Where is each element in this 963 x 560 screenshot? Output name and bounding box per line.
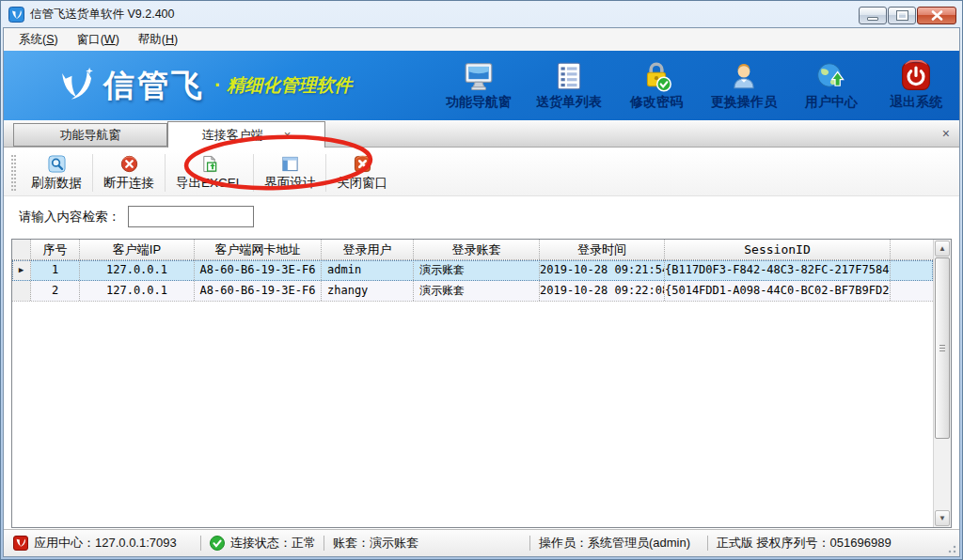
brand-name: 信管飞 <box>103 65 205 107</box>
col-header-session-id[interactable]: SessionID <box>665 240 891 259</box>
close-button[interactable] <box>917 7 956 24</box>
app-frame: 系统(S) 窗口(W) 帮助(H) 信管飞 · 精细化管理软件 功能导航窗 <box>4 28 959 556</box>
search-label: 请输入内容检索： <box>19 209 120 226</box>
tabstrip: 功能导航窗 连接客户端 × × <box>4 120 959 147</box>
close-window-icon <box>354 155 371 173</box>
clients-table: 序号 客户端IP 客户端网卡地址 登录用户 登录账套 登录时间 SessionI… <box>11 239 952 528</box>
monitor-icon <box>463 60 495 92</box>
command-toolbar: 刷新数据 断开连接 导出EXCEL 界面设计 <box>4 150 959 196</box>
nav-exit-system[interactable]: 退出系统 <box>886 60 946 111</box>
table-header-row: 序号 客户端IP 客户端网卡地址 登录用户 登录账套 登录时间 SessionI… <box>12 240 933 260</box>
swoosh-logo-icon <box>53 64 96 107</box>
col-header-account[interactable]: 登录账套 <box>414 240 540 259</box>
col-header-client-ip[interactable]: 客户端IP <box>80 240 195 259</box>
tab-function-panel[interactable]: 功能导航窗 <box>13 123 167 147</box>
tab-close-icon[interactable]: × <box>284 129 292 141</box>
close-window-button[interactable]: 关闭窗口 <box>329 153 395 194</box>
disconnect-icon <box>120 155 138 173</box>
brand-tagline: 精细化管理软件 <box>227 73 352 98</box>
search-input[interactable] <box>128 206 254 227</box>
refresh-data-button[interactable]: 刷新数据 <box>24 153 89 194</box>
col-header-mac[interactable]: 客户端网卡地址 <box>195 240 322 259</box>
toolbar-grip <box>11 155 16 191</box>
row-selector-cell: ▶ <box>12 260 31 280</box>
minimize-button[interactable] <box>859 7 887 24</box>
nav-user-center[interactable]: 用户中心 <box>801 60 861 111</box>
resize-grip[interactable] <box>945 542 956 553</box>
export-excel-button[interactable]: 导出EXCEL <box>168 153 250 194</box>
power-icon <box>900 60 932 92</box>
app-logo-icon <box>8 7 24 23</box>
export-excel-icon <box>200 155 218 173</box>
menu-window[interactable]: 窗口(W) <box>68 29 129 51</box>
scroll-up-icon[interactable]: ▲ <box>935 241 950 257</box>
row-marker-icon: ▶ <box>19 260 24 280</box>
brand: 信管飞 · 精细化管理软件 <box>53 64 352 107</box>
menu-system[interactable]: 系统(S) <box>9 29 68 51</box>
restore-button[interactable] <box>888 7 916 24</box>
status-connection: 连接状态：正常 <box>210 535 315 552</box>
toolbar-separator <box>92 154 93 192</box>
menubar: 系统(S) 窗口(W) 帮助(H) <box>4 28 959 51</box>
col-header-filler <box>891 240 933 259</box>
status-separator <box>529 536 530 551</box>
refresh-search-icon <box>48 155 66 173</box>
toolbar-separator <box>325 154 326 192</box>
vertical-scrollbar[interactable]: ▲ ▼ <box>933 240 951 527</box>
close-icon <box>931 10 943 21</box>
status-operator: 操作员：系统管理员(admin) <box>539 535 699 552</box>
red-logo-icon <box>13 536 28 551</box>
nav-change-password[interactable]: 修改密码 <box>626 60 687 111</box>
table-row[interactable]: ▶ 1 127.0.0.1 A8-60-B6-19-3E-F6 admin 演示… <box>12 260 933 281</box>
col-header-seq[interactable]: 序号 <box>31 240 80 259</box>
menu-help[interactable]: 帮助(H) <box>129 29 187 51</box>
list-document-icon <box>553 60 585 92</box>
toolbar-separator <box>253 154 254 192</box>
person-icon <box>728 60 760 92</box>
status-separator <box>324 536 324 551</box>
col-header-login-user[interactable]: 登录用户 <box>322 240 414 259</box>
search-row: 请输入内容检索： <box>19 206 254 227</box>
minimize-icon <box>867 17 878 21</box>
col-header-login-time[interactable]: 登录时间 <box>540 240 665 259</box>
scroll-down-icon[interactable]: ▼ <box>935 510 950 526</box>
tab-content: 刷新数据 断开连接 导出EXCEL 界面设计 <box>4 147 959 529</box>
lock-check-icon <box>640 60 672 92</box>
statusbar: 应用中心：127.0.0.1:7093 连接状态：正常 账套：演示账套 操作员：… <box>4 529 959 556</box>
nav-function-panel[interactable]: 功能导航窗 <box>446 60 512 111</box>
window-title: 信管飞送货单软件 V9.2.400 <box>30 7 175 23</box>
restore-icon <box>897 11 908 20</box>
tabstrip-close-icon[interactable]: × <box>942 126 950 141</box>
table-row[interactable]: 2 127.0.0.1 A8-60-B6-19-3E-F6 zhangy 演示账… <box>12 281 933 302</box>
status-separator <box>707 536 708 551</box>
nav-switch-operator[interactable]: 更换操作员 <box>711 60 777 111</box>
status-account: 账套：演示账套 <box>333 535 521 552</box>
app-header: 信管飞 · 精细化管理软件 功能导航窗 送货单列表 修改密码 <box>4 51 959 120</box>
green-check-icon <box>210 536 225 551</box>
scrollbar-thumb[interactable] <box>935 257 950 439</box>
ui-design-icon <box>281 155 299 173</box>
ui-design-button[interactable]: 界面设计 <box>257 153 323 194</box>
titlebar: 信管飞送货单软件 V9.2.400 <box>0 0 963 28</box>
disconnect-button[interactable]: 断开连接 <box>96 153 162 194</box>
scrollbar-grip <box>939 345 945 352</box>
toolbar-separator <box>165 154 166 192</box>
status-app-center: 应用中心：127.0.0.1:7093 <box>13 535 192 552</box>
selector-header-cell <box>12 240 31 259</box>
row-selector-cell <box>12 281 31 301</box>
status-license: 正式版 授权序列号：051696989 <box>717 535 892 552</box>
brand-dot: · <box>214 73 221 98</box>
nav-delivery-list[interactable]: 送货单列表 <box>536 60 602 111</box>
status-separator <box>200 536 201 551</box>
tab-connected-clients[interactable]: 连接客户端 × <box>167 121 325 148</box>
app-window: 信管飞送货单软件 V9.2.400 系统(S) 窗口(W) 帮助(H) 信管飞 … <box>0 0 963 560</box>
globe-arrow-icon <box>815 60 847 92</box>
header-nav: 功能导航窗 送货单列表 修改密码 更换操作员 用户中心 <box>446 60 946 111</box>
